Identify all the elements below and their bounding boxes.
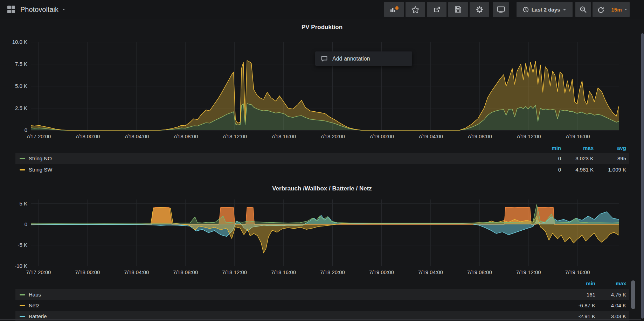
legend-stat-value: 161 bbox=[565, 289, 595, 300]
legend-stat-value: 4.75 K bbox=[595, 289, 626, 300]
add-annotation-label: Add annotation bbox=[332, 56, 370, 62]
add-annotation-menu[interactable]: Add annotation bbox=[315, 51, 412, 66]
page-scrollbar-thumb[interactable] bbox=[641, 33, 644, 319]
horizontal-scrollbar-track[interactable] bbox=[0, 319, 641, 320]
legend-swatch-haus[interactable] bbox=[20, 294, 25, 295]
legend-label-haus[interactable]: Haus bbox=[29, 289, 41, 300]
legend-row bbox=[15, 300, 629, 311]
legend-stat-value: -6.87 K bbox=[565, 300, 595, 311]
legend-row bbox=[15, 289, 629, 300]
legend-scrollbar-thumb[interactable] bbox=[631, 280, 635, 309]
legend-stat-header-min[interactable]: min bbox=[565, 279, 595, 288]
legend-swatch-netz[interactable] bbox=[20, 305, 25, 306]
legend-swatch-batterie[interactable] bbox=[20, 316, 25, 317]
legend-stat-header-max[interactable]: max bbox=[595, 279, 626, 288]
verbrauch-legend: minmaxHaus1614.75 KNetz-6.87 K4.04 KBatt… bbox=[0, 0, 644, 321]
legend-stat-value: 4.04 K bbox=[595, 300, 626, 311]
comment-icon bbox=[321, 56, 328, 62]
legend-label-netz[interactable]: Netz bbox=[29, 300, 40, 311]
